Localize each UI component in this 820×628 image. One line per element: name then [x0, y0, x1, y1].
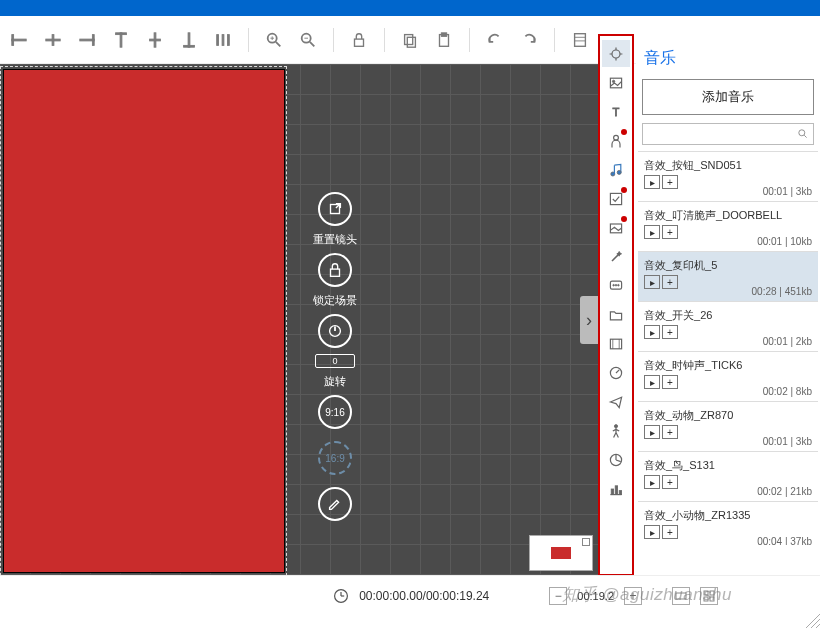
- panel-title: 音乐: [636, 42, 820, 75]
- music-item[interactable]: 音效_鸟_S131▸+00:02 | 21kb: [638, 452, 818, 502]
- svg-rect-13: [222, 34, 224, 45]
- separator: [554, 28, 555, 52]
- film-icon[interactable]: [602, 330, 630, 357]
- svg-point-49: [618, 284, 620, 286]
- search-input[interactable]: [642, 123, 814, 145]
- expand-icon[interactable]: [582, 538, 590, 546]
- add-btn[interactable]: +: [662, 525, 678, 539]
- play-btn[interactable]: ▸: [644, 325, 660, 339]
- undo-btn[interactable]: [482, 25, 508, 55]
- music-meta: 00:01 | 3kb: [763, 186, 812, 197]
- ratio-169-btn[interactable]: 16:9: [318, 441, 352, 475]
- separator: [248, 28, 249, 52]
- effects-icon[interactable]: [602, 185, 630, 212]
- add-btn[interactable]: +: [662, 275, 678, 289]
- svg-rect-3: [52, 34, 54, 45]
- align-middle-btn[interactable]: [142, 25, 168, 55]
- chat-icon[interactable]: [602, 272, 630, 299]
- pointer-icon[interactable]: [602, 40, 630, 67]
- svg-point-48: [615, 284, 617, 286]
- lock-scene-label: 锁定场景: [313, 293, 357, 308]
- add-btn[interactable]: +: [662, 325, 678, 339]
- resize-handle[interactable]: [798, 606, 820, 628]
- play-btn[interactable]: ▸: [644, 375, 660, 389]
- play-btn[interactable]: ▸: [644, 175, 660, 189]
- svg-point-47: [613, 284, 615, 286]
- play-btn[interactable]: ▸: [644, 475, 660, 489]
- svg-rect-7: [116, 32, 127, 34]
- music-item[interactable]: 音效_时钟声_TICK6▸+00:02 | 8kb: [638, 352, 818, 402]
- ratio-916-btn[interactable]: 9:16: [318, 395, 352, 429]
- person-icon[interactable]: [602, 127, 630, 154]
- timecode: 00:00:00.00/00:00:19.24: [359, 589, 489, 603]
- minimap[interactable]: [529, 535, 593, 571]
- zoom-in-btn[interactable]: [261, 25, 287, 55]
- rotate-value[interactable]: 0: [315, 354, 355, 368]
- music-name: 音效_复印机_5: [644, 258, 812, 273]
- plane-icon[interactable]: [602, 388, 630, 415]
- svg-point-61: [799, 130, 805, 136]
- play-btn[interactable]: ▸: [644, 275, 660, 289]
- folder-icon[interactable]: [602, 301, 630, 328]
- copy-btn[interactable]: [397, 25, 423, 55]
- music-name: 音效_时钟声_TICK6: [644, 358, 812, 373]
- add-btn[interactable]: +: [662, 225, 678, 239]
- music-icon[interactable]: [602, 156, 630, 183]
- magic-icon[interactable]: [602, 243, 630, 270]
- align-left-btn[interactable]: [6, 25, 32, 55]
- photo-icon[interactable]: [602, 214, 630, 241]
- canvas-workspace[interactable]: 重置镜头 锁定场景 0 旋转 9:16 16:9 ›: [0, 64, 598, 576]
- music-item[interactable]: 音效_开关_26▸+00:01 | 2kb: [638, 302, 818, 352]
- layers-btn[interactable]: [567, 25, 593, 55]
- reset-camera-btn[interactable]: [318, 192, 352, 226]
- artboard[interactable]: [3, 69, 285, 573]
- svg-point-37: [612, 80, 614, 82]
- music-panel: 音乐 添加音乐 音效_按钮_SND051▸+00:01 | 3kb音效_叮清脆声…: [636, 42, 820, 576]
- align-right-btn[interactable]: [74, 25, 100, 55]
- add-btn[interactable]: +: [662, 425, 678, 439]
- image-icon[interactable]: [602, 69, 630, 96]
- music-name: 音效_动物_ZR870: [644, 408, 812, 423]
- svg-line-16: [276, 41, 281, 46]
- redo-btn[interactable]: [516, 25, 542, 55]
- add-music-button[interactable]: 添加音乐: [642, 79, 814, 115]
- align-top-btn[interactable]: [108, 25, 134, 55]
- add-btn[interactable]: +: [662, 475, 678, 489]
- pie-icon[interactable]: [602, 446, 630, 473]
- music-item[interactable]: 音效_动物_ZR870▸+00:01 | 3kb: [638, 402, 818, 452]
- expand-panel-btn[interactable]: ›: [580, 296, 598, 344]
- separator: [469, 28, 470, 52]
- rotate-btn[interactable]: [318, 314, 352, 348]
- add-btn[interactable]: +: [662, 375, 678, 389]
- play-btn[interactable]: ▸: [644, 425, 660, 439]
- edit-btn[interactable]: [318, 487, 352, 521]
- svg-rect-26: [441, 32, 446, 36]
- music-list[interactable]: 音效_按钮_SND051▸+00:01 | 3kb音效_叮清脆声_DOORBEL…: [638, 151, 818, 545]
- watermark: 知乎 @aguizhuanshu: [562, 583, 732, 606]
- lock-btn[interactable]: [346, 25, 372, 55]
- svg-point-55: [614, 424, 617, 427]
- play-btn[interactable]: ▸: [644, 525, 660, 539]
- distribute-btn[interactable]: [210, 25, 236, 55]
- chart-icon[interactable]: [602, 475, 630, 502]
- svg-line-54: [616, 369, 619, 372]
- text-icon[interactable]: T: [602, 98, 630, 125]
- add-btn[interactable]: +: [662, 175, 678, 189]
- zoom-out-btn[interactable]: [295, 25, 321, 55]
- music-name: 音效_鸟_S131: [644, 458, 812, 473]
- paste-btn[interactable]: [431, 25, 457, 55]
- svg-text:T: T: [613, 106, 620, 118]
- align-bottom-btn[interactable]: [176, 25, 202, 55]
- svg-rect-14: [228, 34, 230, 45]
- music-meta: 00:01 | 2kb: [763, 336, 812, 347]
- gauge-icon[interactable]: [602, 359, 630, 386]
- walk-icon[interactable]: [602, 417, 630, 444]
- music-item[interactable]: 音效_叮清脆声_DOORBELL▸+00:01 | 10kb: [638, 202, 818, 252]
- play-btn[interactable]: ▸: [644, 225, 660, 239]
- music-item[interactable]: 音效_小动物_ZR1335▸+00:04 | 37kb: [638, 502, 818, 545]
- lock-scene-btn[interactable]: [318, 253, 352, 287]
- svg-rect-12: [217, 34, 219, 45]
- music-item[interactable]: 音效_复印机_5▸+00:28 | 451kb: [638, 252, 818, 302]
- align-center-h-btn[interactable]: [40, 25, 66, 55]
- music-item[interactable]: 音效_按钮_SND051▸+00:01 | 3kb: [638, 152, 818, 202]
